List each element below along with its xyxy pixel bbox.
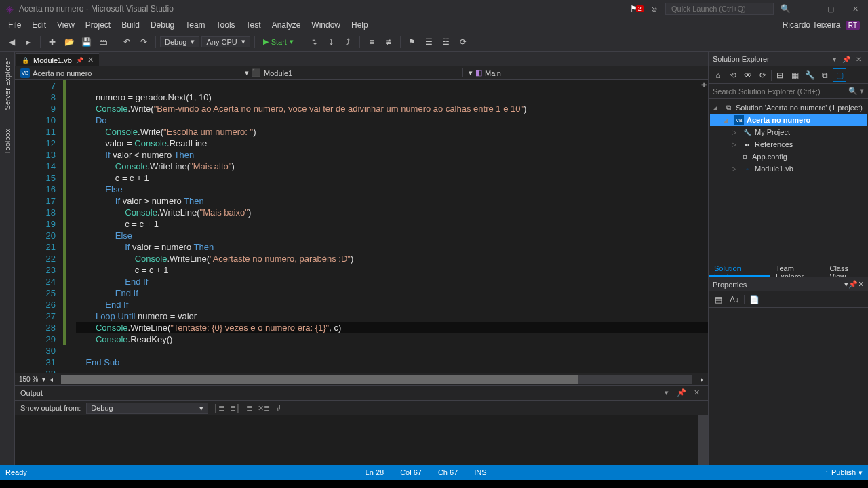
tab-close-icon[interactable]: ✕ — [87, 56, 94, 64]
hscroll-right-icon[interactable]: ▸ — [701, 375, 704, 383]
props-close-icon[interactable]: ✕ — [858, 280, 864, 288]
tab-class-view[interactable]: Class View — [824, 262, 868, 277]
menu-view[interactable]: View — [52, 19, 80, 31]
server-explorer-tab[interactable]: Server Explorer — [2, 54, 13, 114]
notifications-flag-icon[interactable]: ⚑2 — [630, 4, 644, 14]
se-close-icon[interactable]: ✕ — [853, 54, 864, 64]
step-into-button[interactable]: ↴ — [307, 35, 321, 49]
se-back-icon[interactable]: ⟲ — [726, 68, 740, 82]
step-over-button[interactable]: ⤵ — [323, 35, 338, 49]
platform-combo[interactable]: Any CPU▾ — [201, 36, 250, 47]
props-categorized-icon[interactable]: ▤ — [711, 293, 725, 306]
output-toolbtn-2[interactable]: ≣│ — [230, 404, 241, 413]
se-search-input[interactable]: Search Solution Explorer (Ctrl+;) 🔍 ▾ — [709, 84, 868, 99]
se-home-icon[interactable]: ⌂ — [711, 68, 725, 82]
hscroll-left-icon[interactable]: ◂ — [50, 375, 53, 383]
quick-launch-input[interactable] — [665, 3, 774, 15]
output-title: Output — [20, 389, 43, 397]
nav-back-button[interactable]: ◀ — [4, 35, 19, 49]
tree-project-node[interactable]: ◢VBAcerta no numero — [710, 114, 867, 126]
zoom-level[interactable]: 150 % — [19, 375, 38, 383]
props-alpha-icon[interactable]: A↓ — [728, 293, 741, 306]
menu-debug[interactable]: Debug — [145, 19, 180, 31]
search-icon[interactable]: 🔍 — [781, 4, 791, 14]
menu-window[interactable]: Window — [306, 19, 346, 31]
tree-myproject-node[interactable]: ▷🔧My Project — [710, 126, 867, 138]
tree-appconfig-node[interactable]: ⚙App.config — [710, 150, 867, 163]
output-close-icon[interactable]: ✕ — [690, 387, 703, 399]
new-project-button[interactable]: ✚ — [45, 35, 60, 49]
close-button[interactable]: ✕ — [846, 2, 864, 16]
se-properties-icon[interactable]: 🔧 — [803, 68, 816, 82]
output-pin-icon[interactable]: 📌 — [675, 387, 688, 399]
navigation-bar: VB Acerta no numero ▾ ⬛ Module1 ▾ ◧ Main — [15, 66, 708, 80]
menu-build[interactable]: Build — [116, 19, 145, 31]
project-scope-combo[interactable]: VB Acerta no numero — [15, 68, 239, 78]
output-dropdown-icon[interactable]: ▾ — [660, 387, 673, 399]
save-button[interactable]: 💾 — [79, 35, 94, 49]
menu-tools[interactable]: Tools — [211, 19, 241, 31]
redo-button[interactable]: ↷ — [136, 35, 151, 49]
minimize-button[interactable]: ─ — [797, 2, 815, 16]
undo-button[interactable]: ↶ — [119, 35, 134, 49]
menu-team[interactable]: Team — [180, 19, 210, 31]
output-toolbtn-3[interactable]: ≣ — [246, 404, 252, 413]
method-combo[interactable]: ▾ ◧ Main — [462, 68, 708, 77]
menu-edit[interactable]: Edit — [26, 19, 52, 31]
tree-module1-node[interactable]: ▷▫Module1.vb — [710, 163, 867, 175]
publish-button[interactable]: ↑ Publish ▾ — [825, 468, 863, 477]
signed-in-user[interactable]: Ricardo Teixeira RT — [777, 19, 865, 31]
maximize-button[interactable]: ▢ — [822, 2, 840, 16]
props-pin-icon[interactable]: 📌 — [848, 280, 858, 288]
save-all-button[interactable]: 🗃 — [96, 35, 111, 49]
output-toolbtn-1[interactable]: │≣ — [214, 404, 224, 413]
hscrollbar[interactable] — [61, 375, 692, 384]
menu-help[interactable]: Help — [346, 19, 374, 31]
toolbar-btn-a[interactable]: ☰ — [422, 35, 437, 49]
pin-icon[interactable]: 📌 — [76, 57, 83, 64]
output-body[interactable] — [15, 415, 708, 465]
bookmark-button[interactable]: ⚑ — [405, 35, 420, 49]
start-debug-button[interactable]: ▶ Start ▾ — [259, 37, 298, 46]
solution-explorer-header: Solution Explorer ▾📌✕ — [709, 52, 868, 66]
se-pin-icon[interactable]: 📌 — [841, 54, 852, 64]
se-dropdown-icon[interactable]: ▾ — [829, 54, 840, 64]
open-file-button[interactable]: 📂 — [62, 35, 77, 49]
toolbar-btn-c[interactable]: ⟳ — [456, 35, 471, 49]
tree-references-node[interactable]: ▷▪▪References — [710, 138, 867, 150]
menu-test[interactable]: Test — [241, 19, 267, 31]
menu-file[interactable]: File — [3, 19, 26, 31]
props-pages-icon[interactable]: 📄 — [747, 293, 761, 306]
tab-solution-explorer[interactable]: Solution Explorer — [709, 262, 770, 277]
se-sync-icon[interactable]: 👁 — [741, 68, 755, 82]
se-refresh-icon[interactable]: ⟳ — [756, 68, 770, 82]
code-body[interactable]: numero = gerador.Next(1, 10) Console.Wri… — [71, 80, 708, 373]
output-source-combo[interactable]: Debug▾ — [86, 403, 208, 414]
uncomment-button[interactable]: ≢ — [381, 35, 396, 49]
code-editor[interactable]: 7891011121314151617181920212223242526272… — [15, 80, 708, 373]
comment-button[interactable]: ≡ — [364, 35, 379, 49]
feedback-icon[interactable]: ☺ — [650, 4, 658, 14]
se-preview-icon[interactable]: ▢ — [833, 68, 846, 82]
toolbox-tab[interactable]: Toolbox — [2, 125, 13, 159]
document-tab-module1[interactable]: 🔒 Module1.vb 📌 ✕ — [16, 53, 99, 66]
toolbar-btn-b[interactable]: ☳ — [439, 35, 454, 49]
output-clear-button[interactable]: ✕≣ — [258, 404, 270, 413]
se-collapse-icon[interactable]: ⊟ — [773, 68, 787, 82]
status-col: Col 67 — [392, 468, 430, 476]
se-view-icon[interactable]: ⧉ — [818, 68, 831, 82]
output-wrap-button[interactable]: ↲ — [275, 404, 281, 413]
se-showall-icon[interactable]: ▦ — [788, 68, 802, 82]
solution-tree[interactable]: ◢⧉Solution 'Acerta no numero' (1 project… — [709, 99, 868, 262]
step-out-button[interactable]: ⤴ — [340, 35, 355, 49]
user-badge: RT — [846, 21, 860, 30]
class-combo[interactable]: ▾ ⬛ Module1 — [239, 68, 462, 77]
tree-solution-node[interactable]: ◢⧉Solution 'Acerta no numero' (1 project… — [710, 102, 867, 114]
split-plus-icon[interactable]: ✚ — [701, 81, 707, 89]
tab-team-explorer[interactable]: Team Explorer — [770, 262, 824, 277]
config-combo[interactable]: Debug▾ — [160, 36, 199, 47]
nav-fwd-button[interactable]: ▸ — [21, 35, 36, 49]
output-vscrollbar[interactable] — [698, 415, 708, 465]
menu-analyze[interactable]: Analyze — [267, 19, 307, 31]
menu-project[interactable]: Project — [80, 19, 116, 31]
